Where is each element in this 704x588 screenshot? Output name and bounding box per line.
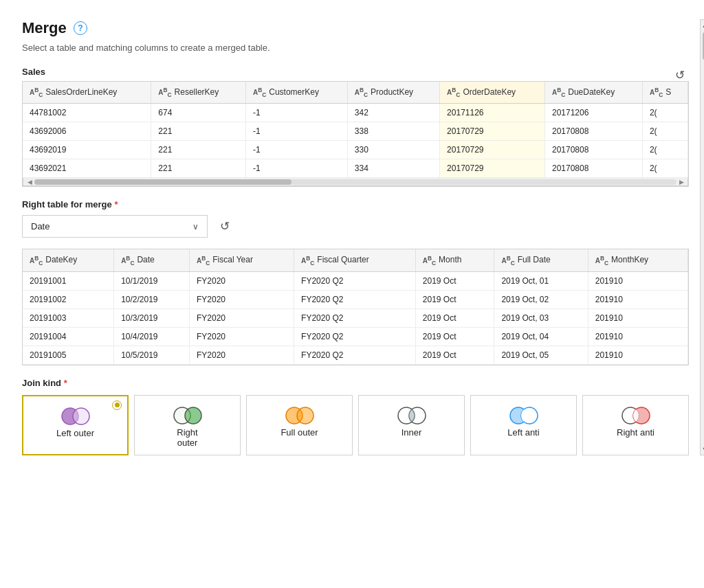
page-title: Merge [22,19,67,37]
left-outer-venn-icon [58,405,94,428]
join-option-right-outer[interactable]: Rightouter [134,395,241,455]
scroll-right-btn[interactable]: ▶ [676,179,686,185]
right-anti-label: Right anti [617,427,654,438]
sales-col-salesorderlinekey[interactable]: ABCSalesOrderLineKey [23,82,151,104]
sales-table: ABCSalesOrderLineKey ABCResellerKey ABCC… [23,82,688,178]
full-outer-venn-icon [282,404,318,427]
right-anti-venn-icon [618,404,654,427]
help-icon[interactable]: ? [74,21,87,35]
left-anti-venn-icon [506,404,542,427]
table-row[interactable]: 2019100210/2/2019FY2020FY2020 Q22019 Oct… [23,290,688,308]
radio-selected-dot [112,400,122,410]
right-outer-venn-icon [170,404,206,427]
scrollbar-track[interactable] [701,31,704,444]
svg-point-3 [185,407,201,424]
sales-table-label: Sales [22,67,689,77]
sales-col-customerkey[interactable]: ABCCustomerKey [245,82,347,104]
table-row[interactable]: 2019100310/3/2019FY2020FY2020 Q22019 Oct… [23,308,688,327]
date-col-month[interactable]: ABCMonth [415,249,494,271]
table-row[interactable]: 44781002674-134220171126201712062( [23,104,688,122]
inner-label: Inner [402,427,422,438]
sales-col-productkey[interactable]: ABCProductKey [347,82,439,104]
join-option-left-anti[interactable]: Left anti [470,395,577,455]
date-col-fulldate[interactable]: ABCFull Date [494,249,588,271]
full-outer-label: Full outer [280,427,318,438]
svg-point-5 [297,407,314,424]
date-col-datekey[interactable]: ABCDateKey [23,249,114,271]
dropdown-arrow-icon: ∨ [192,222,199,231]
main-scrollbar[interactable]: ▲ ▼ [700,19,704,455]
table-row[interactable]: 43692019221-133020170729201708082( [23,141,688,159]
date-table-container: ABCDateKey ABCDate ABCFiscal Year ABCFis… [22,249,689,365]
join-kind-label: Join kind * [22,378,689,388]
scroll-down-arrow[interactable]: ▼ [701,444,704,455]
join-option-right-anti[interactable]: Right anti [582,395,689,455]
sales-col-s[interactable]: ABCS [642,82,688,104]
inner-venn-icon [394,404,430,427]
date-col-fiscalyear[interactable]: ABCFiscal Year [190,249,294,271]
table-row[interactable]: 2019100510/5/2019FY2020FY2020 Q22019 Oct… [23,346,688,364]
left-outer-label: Left outer [56,428,94,438]
scroll-left-btn[interactable]: ◀ [25,179,34,185]
sales-col-resellerkey[interactable]: ABCResellerKey [151,82,246,104]
date-col-date[interactable]: ABCDate [114,249,190,271]
right-table-dropdown[interactable]: Date ∨ [22,215,208,238]
join-option-left-outer[interactable]: Left outer [22,395,129,455]
join-option-full-outer[interactable]: Full outer [246,395,353,455]
table-row[interactable]: 43692021221-133420170729201708082( [23,159,688,178]
table-row[interactable]: 43692006221-133820170729201708082( [23,122,688,141]
right-table-refresh-button[interactable]: ↺ [216,218,234,235]
date-col-fiscalquarter[interactable]: ABCFiscal Quarter [294,249,416,271]
join-option-inner[interactable]: Inner [358,395,465,455]
date-col-monthkey[interactable]: ABCMonthKey [588,249,688,271]
join-options: Left outer Rightouter Full o [22,395,689,455]
horizontal-scrollbar[interactable] [34,179,676,185]
scroll-up-arrow[interactable]: ▲ [701,20,704,31]
table-row[interactable]: 2019100410/4/2019FY2020FY2020 Q22019 Oct… [23,327,688,346]
date-table: ABCDateKey ABCDate ABCFiscal Year ABCFis… [23,249,688,364]
right-outer-label: Rightouter [177,427,197,448]
left-anti-label: Left anti [507,427,539,438]
page-subtitle: Select a table and matching columns to c… [22,43,689,53]
sales-col-orderdatekey[interactable]: ABCOrderDateKey [440,82,545,104]
svg-point-1 [73,408,89,425]
right-table-label: Right table for merge * [22,199,689,210]
sales-table-container: ABCSalesOrderLineKey ABCResellerKey ABCC… [22,81,689,187]
sales-col-duedatekey[interactable]: ABCDueDateKey [544,82,642,104]
table-row[interactable]: 2019100110/1/2019FY2020FY2020 Q22019 Oct… [23,271,688,290]
